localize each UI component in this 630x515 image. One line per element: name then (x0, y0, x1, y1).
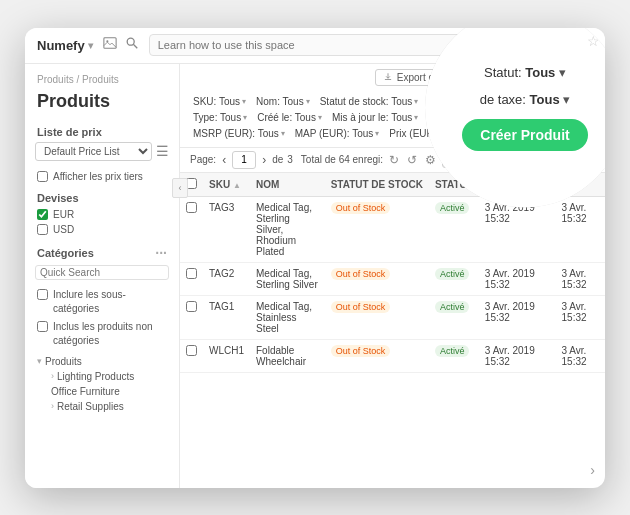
breadcrumb: Produits / Produits (25, 74, 179, 89)
cell-statut-stock: Out of Stock (325, 262, 429, 295)
tree-item-office[interactable]: Office Furniture (51, 384, 167, 399)
cell-statut: Activé (429, 196, 479, 262)
cell-cree-le: 3 Avr. 2019 15:32 (479, 339, 556, 372)
bottom-arrow-icon[interactable]: › (590, 462, 595, 478)
cell-sku: TAG1 (203, 295, 250, 339)
filter-msrp[interactable]: MSRP (EUR): Tous ▾ (190, 127, 288, 140)
status-badge-active: Activé (435, 202, 470, 214)
th-sku: SKU ▲ (203, 173, 250, 197)
row-checkbox-2[interactable] (186, 301, 197, 312)
filter-map[interactable]: MAP (EUR): Tous ▾ (292, 127, 383, 140)
row-checkbox-3[interactable] (186, 345, 197, 356)
filter-nom[interactable]: Nom: Tous ▾ (253, 95, 313, 108)
include-uncat-row: Inclus les produits non catégories (25, 318, 179, 350)
status-badge-stock: Out of Stock (331, 202, 391, 214)
brand-name: Numefy (37, 38, 85, 53)
include-sub-checkbox[interactable] (37, 289, 48, 300)
usd-row: USD (25, 222, 179, 237)
include-uncat-checkbox[interactable] (37, 321, 48, 332)
page-of-label: de (272, 154, 283, 165)
tree-item-arrow-icon: › (51, 371, 54, 381)
row-checkbox-cell (180, 295, 203, 339)
page-input[interactable] (232, 151, 256, 169)
create-product-button[interactable]: Créer Produit (462, 119, 587, 151)
sort-icon: ▲ (233, 181, 241, 190)
row-checkbox-0[interactable] (186, 202, 197, 213)
filter-sku-chevron: ▾ (242, 97, 246, 106)
refresh2-button[interactable]: ↺ (405, 153, 419, 167)
filter-type[interactable]: Type: Tous ▾ (190, 111, 250, 124)
status-badge-active: Activé (435, 301, 470, 313)
image-icon[interactable] (103, 36, 117, 54)
tree-item-retail[interactable]: › Retail Supplies (51, 399, 167, 414)
tree-root-item[interactable]: ▾ Produits (37, 354, 167, 369)
cell-maj: 3 Avr. 15:32 (556, 196, 605, 262)
eur-checkbox[interactable] (37, 209, 48, 220)
total-pages: 3 (287, 154, 293, 165)
include-uncat-label: Inclus les produits non catégories (53, 320, 167, 348)
cell-nom: Foldable Wheelchair (250, 339, 325, 372)
filter-maj-chevron: ▾ (414, 113, 418, 122)
cell-maj: 3 Avr. 15:32 (556, 295, 605, 339)
category-search-row (35, 265, 169, 280)
status-badge-active: Activé (435, 268, 470, 280)
cell-maj: 3 Avr. 15:32 (556, 262, 605, 295)
filter-cree-chevron: ▾ (318, 113, 322, 122)
show-tiers-checkbox[interactable] (37, 171, 48, 182)
row-checkbox-1[interactable] (186, 268, 197, 279)
page-label: Page: (190, 154, 216, 165)
cell-statut: Activé (429, 339, 479, 372)
price-list-select[interactable]: Default Price List (35, 142, 152, 161)
zoom-taxe-dropdown-icon[interactable]: ▾ (563, 92, 570, 107)
include-sub-row: Inclure les sous-catégories (25, 286, 179, 318)
zoom-statut-val: Tous (525, 65, 555, 80)
tree-item-label: Retail Supplies (57, 401, 124, 412)
search-topbar-icon[interactable] (125, 36, 139, 54)
filter-statut-chevron: ▾ (414, 97, 418, 106)
cell-statut-stock: Out of Stock (325, 196, 429, 262)
zoom-taxe-line: de taxe: Tous ▾ (460, 92, 591, 107)
filter-cree[interactable]: Créé le: Tous ▾ (254, 111, 325, 124)
usd-checkbox[interactable] (37, 224, 48, 235)
tree-item-lighting[interactable]: › Lighting Products (51, 369, 167, 384)
filter-maj[interactable]: Mis à jour le: Tous ▾ (329, 111, 421, 124)
categories-more-icon[interactable]: ··· (155, 245, 167, 261)
th-nom: NOM (250, 173, 325, 197)
filter-sku[interactable]: SKU: Tous ▾ (190, 95, 249, 108)
row-checkbox-cell (180, 262, 203, 295)
sidebar-collapse-button[interactable]: ‹ (172, 178, 188, 198)
price-list-dropdown-row: Default Price List ☰ (35, 142, 169, 161)
tree-item-label: Lighting Products (57, 371, 134, 382)
status-badge-stock: Out of Stock (331, 345, 391, 357)
categories-header: Catégories ··· (25, 237, 179, 265)
zoom-statut-line: Statut: Tous ▾ (464, 65, 586, 80)
filter-map-chevron: ▾ (375, 129, 379, 138)
filter-nom-chevron: ▾ (306, 97, 310, 106)
next-page-button[interactable]: › (260, 153, 268, 167)
cell-sku: TAG2 (203, 262, 250, 295)
list-icon[interactable]: ☰ (156, 143, 169, 159)
table-row: TAG1 Medical Tag, Stainless Steel Out of… (180, 295, 605, 339)
settings-icon-button[interactable]: ⚙ (423, 153, 438, 167)
filter-statut-stock[interactable]: Statut de stock: Tous ▾ (317, 95, 422, 108)
sidebar: Produits / Produits Produits Liste de pr… (25, 64, 180, 488)
top-bar-icons (103, 36, 139, 54)
cell-maj: 3 Avr. 15:32 (556, 339, 605, 372)
page-title: Produits (25, 89, 179, 122)
refresh-button[interactable]: ↻ (387, 153, 401, 167)
cell-cree-le: 3 Avr. 2019 15:32 (479, 262, 556, 295)
tree-root-label: Produits (45, 356, 82, 367)
cell-statut-stock: Out of Stock (325, 295, 429, 339)
row-checkbox-cell (180, 339, 203, 372)
cell-cree-le: 3 Avr. 2019 15:32 (479, 295, 556, 339)
prev-page-button[interactable]: ‹ (220, 153, 228, 167)
cell-statut-stock: Out of Stock (325, 339, 429, 372)
price-list-section-label: Liste de prix (25, 122, 179, 142)
category-search-input[interactable] (40, 267, 167, 278)
cell-nom: Medical Tag, Sterling Silver (250, 262, 325, 295)
show-tiers-row: Afficher les prix tiers (25, 169, 179, 184)
svg-line-3 (133, 44, 137, 48)
brand-logo[interactable]: Numefy ▾ (37, 38, 93, 53)
zoom-dropdown-icon[interactable]: ▾ (559, 65, 566, 80)
status-badge-stock: Out of Stock (331, 268, 391, 280)
